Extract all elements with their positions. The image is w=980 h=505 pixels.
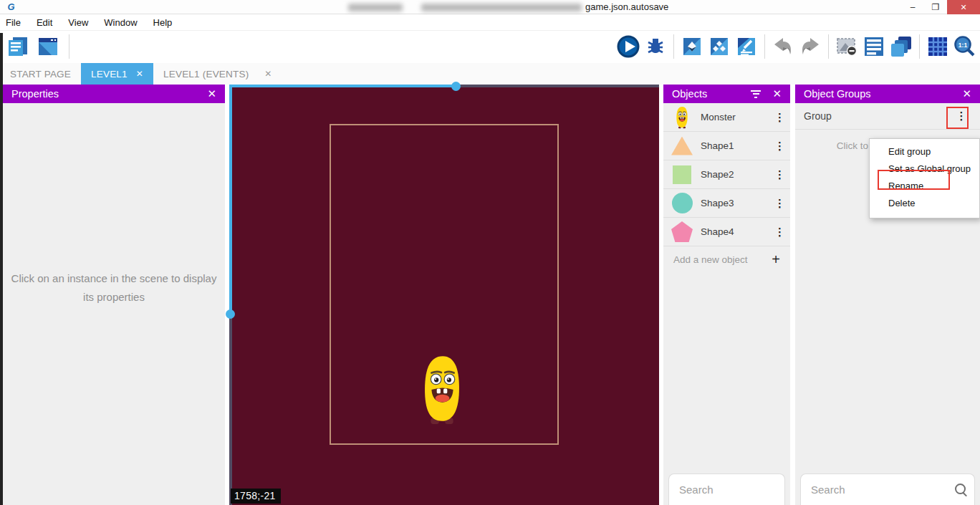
guide-handle-top[interactable]: [451, 82, 461, 91]
menu-bar: File Edit View Window Help: [0, 15, 980, 31]
gdevelop-window: G game.json.autosave – ❐ ✕ File Edit Vie…: [0, 0, 980, 505]
more-options-icon[interactable]: ⋮: [770, 168, 790, 181]
tab-start-page[interactable]: START PAGE: [0, 63, 81, 85]
tab-close-icon[interactable]: ✕: [136, 69, 143, 79]
tab-bar: START PAGE LEVEL1 ✕ LEVEL1 (EVENTS) ✕: [0, 63, 980, 85]
teal-circle-icon: [663, 193, 701, 213]
panel-title: Object Groups: [804, 88, 962, 100]
scene-guide-left-bottom: [229, 314, 232, 505]
toolbar-separator: [673, 34, 674, 59]
panel-title: Objects: [672, 88, 749, 100]
menu-window[interactable]: Window: [104, 17, 137, 28]
object-row-shape4[interactable]: Shape4 ⋮: [663, 218, 790, 246]
annotation-box-more-options: [946, 107, 969, 129]
scene-guide-top-right: [456, 85, 659, 87]
more-options-icon[interactable]: ⋮: [770, 140, 790, 153]
grid-icon[interactable]: [926, 34, 950, 59]
object-row-shape1[interactable]: Shape1 ⋮: [663, 132, 790, 160]
menu-file[interactable]: File: [6, 17, 21, 28]
object-row-shape3[interactable]: Shape3 ⋮: [663, 189, 790, 218]
close-panel-icon[interactable]: ✕: [772, 87, 782, 100]
toolbar: 1:1: [0, 31, 980, 63]
object-name: Shape4: [701, 226, 770, 237]
play-icon[interactable]: [616, 34, 640, 59]
search-icon[interactable]: [953, 482, 969, 498]
title-bar: G game.json.autosave – ❐ ✕: [0, 0, 980, 14]
edit-file-icon[interactable]: [734, 34, 759, 59]
close-panel-icon[interactable]: ✕: [962, 87, 971, 100]
zoom-1-1-icon[interactable]: 1:1: [953, 34, 977, 59]
monster-instance[interactable]: [414, 354, 470, 425]
menu-edit[interactable]: Edit: [37, 17, 52, 28]
objects-search-box[interactable]: [668, 473, 785, 505]
objects-file-icon[interactable]: [680, 34, 704, 59]
tab-label: LEVEL1 (EVENTS): [163, 69, 249, 80]
add-object-label: Add a new object: [673, 254, 772, 265]
panel-title: Properties: [11, 88, 207, 100]
more-options-icon[interactable]: ⋮: [770, 111, 790, 124]
minimize-button[interactable]: –: [901, 0, 924, 14]
groups-panel-header: Object Groups ✕: [795, 85, 980, 103]
menu-help[interactable]: Help: [153, 17, 173, 28]
toolbar-separator: [828, 34, 829, 59]
add-new-object-button[interactable]: Add a new object +: [663, 246, 790, 272]
scene-guide-top: [229, 85, 456, 87]
groups-search-input[interactable]: [801, 484, 953, 496]
toolbar-separator: [919, 34, 920, 59]
scene-guide-left: [229, 85, 232, 314]
app-logo-icon: G: [6, 1, 16, 12]
scene-canvas[interactable]: 1758;-21: [229, 85, 659, 505]
mask-delete-icon[interactable]: [835, 34, 859, 59]
window-title: game.json.autosave: [585, 1, 668, 12]
filter-icon[interactable]: [749, 90, 762, 98]
object-name: Shape2: [701, 169, 770, 180]
more-options-icon[interactable]: ⋮: [770, 226, 790, 239]
annotation-box-rename: [878, 170, 950, 190]
project-manager-icon[interactable]: [6, 34, 30, 59]
properties-empty-message: Click on an instance in the scene to dis…: [10, 269, 218, 306]
object-row-shape2[interactable]: Shape2 ⋮: [663, 160, 790, 189]
group-name: Group: [804, 110, 951, 122]
menu-item-delete[interactable]: Delete: [870, 195, 979, 212]
menu-item-edit-group[interactable]: Edit group: [870, 143, 979, 160]
green-square-icon: [663, 165, 701, 184]
close-button[interactable]: ✕: [947, 0, 980, 14]
properties-panel: Properties ✕ Click on an instance in the…: [3, 85, 225, 505]
undo-icon[interactable]: [771, 34, 795, 59]
maximize-button[interactable]: ❐: [924, 0, 947, 14]
properties-panel-header: Properties ✕: [3, 85, 225, 103]
menu-view[interactable]: View: [68, 17, 88, 28]
objects-panel: Objects ✕ Monster ⋮ Shape1 ⋮ Shape2 ⋮: [663, 85, 790, 505]
redacted-path-segment: [421, 4, 582, 11]
tab-label: START PAGE: [10, 69, 71, 80]
tab-close-icon[interactable]: ✕: [259, 63, 277, 85]
object-groups-panel: Object Groups ✕ Group ⋮ Click to Edit gr…: [795, 85, 980, 505]
objects-panel-header: Objects ✕: [663, 85, 790, 103]
instances-file-icon[interactable]: [707, 34, 731, 59]
orange-triangle-icon: [663, 137, 701, 155]
plus-icon: +: [772, 251, 780, 268]
guide-handle-left[interactable]: [226, 309, 235, 319]
cursor-coordinates: 1758;-21: [231, 489, 281, 504]
objects-list-icon[interactable]: [862, 34, 886, 59]
layers-icon[interactable]: [889, 34, 913, 59]
object-name: Monster: [701, 112, 770, 122]
tab-level1-events[interactable]: LEVEL1 (EVENTS): [153, 63, 259, 85]
tab-level1[interactable]: LEVEL1 ✕: [81, 63, 153, 85]
object-name: Shape1: [701, 140, 770, 151]
tab-label: LEVEL1: [91, 69, 128, 80]
groups-hint-text: Click to: [795, 140, 868, 151]
object-name: Shape3: [701, 198, 770, 208]
more-options-icon[interactable]: ⋮: [770, 197, 790, 210]
close-panel-icon[interactable]: ✕: [207, 87, 216, 100]
object-row-monster[interactable]: Monster ⋮: [663, 103, 790, 132]
pink-pentagon-icon: [663, 221, 701, 242]
redacted-path-segment: [348, 4, 403, 11]
debug-icon[interactable]: [643, 34, 668, 59]
svg-text:1:1: 1:1: [959, 42, 968, 49]
monster-thumbnail-icon: [663, 106, 701, 129]
groups-search-box[interactable]: [800, 473, 975, 505]
redo-icon[interactable]: [798, 34, 822, 59]
scene-window-icon[interactable]: [36, 34, 60, 59]
toolbar-separator: [69, 34, 69, 59]
